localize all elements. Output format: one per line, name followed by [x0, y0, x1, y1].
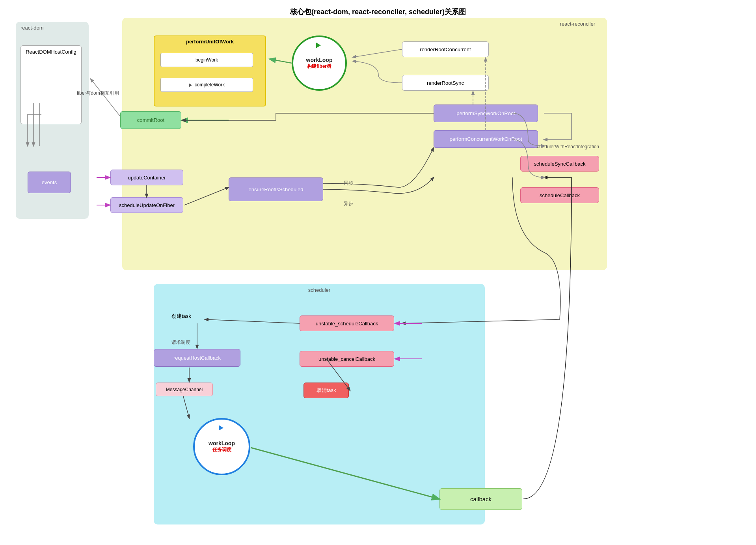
react-reconciler-label: react-reconciler	[560, 21, 595, 27]
unstable-cancel-callback-box: unstable_cancelCallback	[300, 351, 394, 367]
begin-work-sub-box: beginWork	[160, 53, 253, 67]
request-schedule-label: 请求调度	[171, 339, 190, 346]
schedule-sync-callback-box: scheduleSyncCallback	[520, 156, 599, 172]
perform-concurrent-work-on-root-box: performConcurrentWorkOnRoot	[434, 130, 538, 148]
work-loop-reconciler-circle: workLoop 构建fiber树	[292, 35, 347, 91]
scheduler-integration-label: SchedulerWithReactIntegration	[534, 144, 599, 149]
diagram-container: 核心包(react-dom, react-reconciler, schedul…	[0, 0, 756, 545]
create-task-label: 创建task	[171, 313, 191, 320]
perform-unit-of-work-box: performUnitOfWork beginWork completeWork	[154, 35, 266, 106]
render-root-sync-box: renderRootSync	[402, 75, 489, 91]
react-dom-region: react-dom ReactDOMHostConfig events	[16, 22, 89, 219]
commit-root-box: commitRoot	[120, 111, 181, 129]
complete-work-sub-box: completeWork	[160, 78, 253, 92]
schedule-update-on-fiber-box: scheduleUpdateOnFiber	[110, 197, 183, 213]
svg-line-3	[91, 79, 120, 116]
work-loop-scheduler-play-icon	[219, 425, 223, 431]
page-title: 核心包(react-dom, react-reconciler, schedul…	[0, 7, 756, 17]
events-box: events	[28, 172, 71, 193]
ensure-root-is-scheduled-box: ensureRootIsScheduled	[229, 177, 323, 201]
perform-sync-work-on-root-box: performSyncWorkOnRoot	[434, 105, 538, 122]
message-channel-box: MessageChannel	[156, 383, 213, 396]
callback-box: callback	[439, 488, 522, 510]
request-host-callback-box: requestHostCallback	[154, 349, 240, 367]
react-dom-label: react-dom	[20, 25, 44, 31]
update-container-box: updateContainer	[110, 170, 183, 185]
scheduler-label: scheduler	[308, 287, 330, 293]
work-loop-play-icon	[316, 43, 321, 48]
cancel-task-box: 取消task	[304, 383, 349, 398]
schedule-callback-box: scheduleCallback	[520, 187, 599, 203]
unstable-schedule-callback-box: unstable_scheduleCallback	[300, 315, 394, 331]
render-root-concurrent-box: renderRootConcurrent	[402, 41, 489, 57]
work-loop-scheduler-circle: workLoop 任务调度	[193, 418, 250, 475]
complete-work-play-icon	[189, 83, 192, 87]
react-dom-host-config-box: ReactDOMHostConfig	[20, 45, 82, 124]
